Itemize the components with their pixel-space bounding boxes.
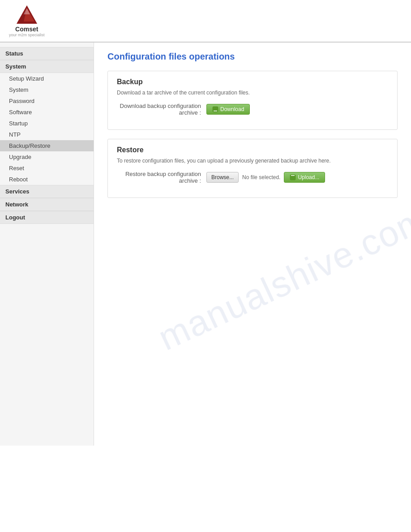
sidebar-section-status[interactable]: Status [0, 47, 94, 60]
page-title: Configuration files operations [107, 51, 398, 62]
restore-section: Restore To restore configuration files, … [107, 139, 398, 198]
upload-button[interactable]: Upload... [284, 172, 325, 183]
download-button-label: Download [220, 106, 244, 112]
restore-form-row: Restore backup configuration archive : B… [117, 171, 388, 184]
sidebar-item-reboot[interactable]: Reboot [0, 174, 94, 185]
download-button[interactable]: Download [206, 104, 250, 115]
header: Comset your m2m specialist [0, 0, 411, 43]
sidebar-section-services[interactable]: Services [0, 185, 94, 198]
logo: Comset your m2m specialist [9, 4, 45, 37]
upload-button-label: Upload... [298, 174, 319, 180]
browse-button[interactable]: Browse... [206, 172, 239, 183]
sidebar-item-software[interactable]: Software [0, 107, 94, 118]
backup-title: Backup [117, 78, 388, 86]
sidebar-item-startup[interactable]: Startup [0, 118, 94, 129]
file-selected-text: No file selected. [242, 174, 280, 180]
sidebar-section-network[interactable]: Network [0, 198, 94, 211]
logo-text: Comset [15, 26, 38, 33]
logo-subtext: your m2m specialist [9, 33, 45, 37]
sidebar-section-logout[interactable]: Logout [0, 211, 94, 224]
sidebar: Status System Setup Wizard System Passwo… [0, 43, 94, 446]
download-icon [212, 106, 218, 112]
restore-label: Restore backup configuration archive : [117, 171, 206, 184]
content-area: Configuration files operations Backup Do… [94, 43, 411, 446]
main-layout: Status System Setup Wizard System Passwo… [0, 43, 411, 446]
sidebar-item-system[interactable]: System [0, 84, 94, 95]
svg-rect-8 [291, 175, 295, 176]
backup-label: Download backup configuration archive : [117, 103, 206, 116]
backup-form-row: Download backup configuration archive : … [117, 103, 388, 116]
backup-description: Download a tar archive of the current co… [117, 90, 388, 96]
svg-rect-5 [214, 111, 217, 112]
restore-title: Restore [117, 146, 388, 154]
sidebar-item-reset[interactable]: Reset [0, 163, 94, 174]
logo-icon [16, 4, 38, 25]
sidebar-item-backup-restore[interactable]: Backup/Restore [0, 140, 94, 151]
sidebar-item-upgrade[interactable]: Upgrade [0, 151, 94, 163]
upload-icon [290, 174, 296, 180]
sidebar-item-password[interactable]: Password [0, 95, 94, 107]
restore-description: To restore configuration files, you can … [117, 158, 388, 164]
backup-section: Backup Download a tar archive of the cur… [107, 71, 398, 130]
sidebar-item-setup-wizard[interactable]: Setup Wizard [0, 73, 94, 84]
sidebar-item-ntp[interactable]: NTP [0, 129, 94, 140]
sidebar-section-system[interactable]: System [0, 60, 94, 73]
